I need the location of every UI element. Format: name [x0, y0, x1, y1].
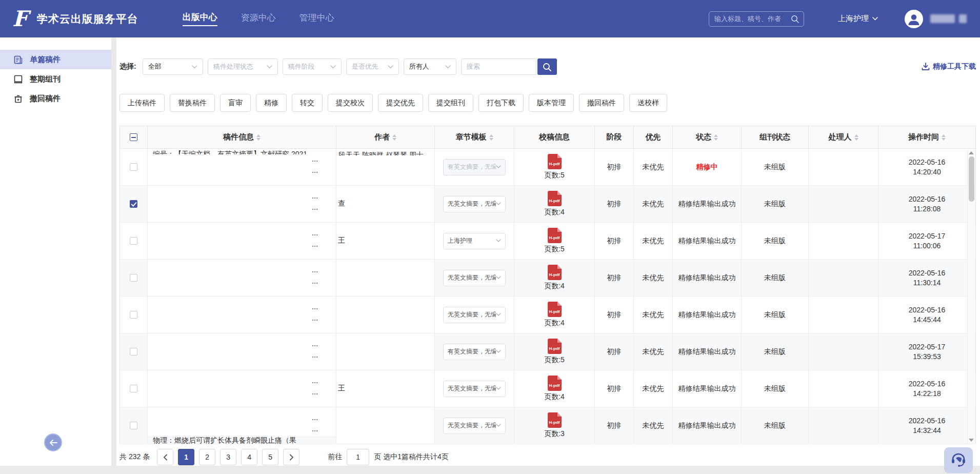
nav-item-0[interactable]: 出版中心 [183, 11, 217, 26]
customer-service-button[interactable] [944, 447, 973, 473]
action-button-3[interactable]: 精修 [256, 94, 287, 112]
page-button-2[interactable]: 2 [199, 449, 215, 465]
author-cell: 王 [336, 223, 435, 259]
nav-item-1[interactable]: 资源中心 [241, 12, 276, 26]
select-all-checkbox[interactable] [130, 133, 137, 141]
prev-page-button[interactable] [157, 449, 173, 465]
collapse-back-button[interactable] [44, 433, 62, 451]
column-header-1[interactable]: 作者 [336, 126, 435, 148]
search-icon[interactable] [790, 14, 799, 24]
chevron-down-icon [496, 313, 501, 317]
page-button-1[interactable]: 1 [178, 449, 194, 465]
row-checkbox[interactable] [130, 200, 137, 208]
sort-icon[interactable] [392, 134, 396, 141]
row-checkbox[interactable] [130, 237, 137, 245]
status-value: 精修结果输出成功 [678, 347, 736, 357]
pdf-file-icon[interactable]: H-pdf [548, 339, 562, 354]
action-button-7[interactable]: 提交组刊 [428, 94, 473, 112]
sort-icon[interactable] [714, 134, 718, 141]
row-checkbox[interactable] [130, 348, 137, 356]
row-checkbox[interactable] [130, 385, 137, 392]
priority-value: 未优先 [643, 310, 664, 320]
search-button[interactable] [537, 58, 557, 75]
chapter-template-select[interactable]: 无英文摘要，无编 [443, 381, 506, 397]
row-checkbox[interactable] [130, 274, 137, 282]
sort-icon[interactable] [256, 134, 261, 141]
page-button-5[interactable]: 5 [262, 449, 278, 465]
action-button-11[interactable]: 送校样 [629, 94, 667, 112]
manuscript-info-cell[interactable]: …… [148, 260, 336, 296]
status-value: 精修中 [696, 163, 718, 172]
user-avatar[interactable] [905, 10, 923, 28]
scrollbar-thumb[interactable] [969, 156, 974, 202]
column-header-8[interactable]: 处理人 [809, 126, 878, 148]
sidebar-item-1[interactable]: 整期组刊 [0, 69, 111, 89]
manuscript-info-cell[interactable]: …… [148, 186, 336, 222]
chapter-template-select[interactable]: 有英文摘要，无编 [443, 159, 506, 175]
pdf-file-icon[interactable]: H-pdf [548, 265, 562, 280]
sort-icon[interactable] [489, 134, 493, 141]
org-selector[interactable]: 上海护理 [838, 14, 878, 24]
refine-tool-download-link[interactable]: 精修工具下载 [922, 62, 976, 71]
action-button-2[interactable]: 盲审 [220, 94, 251, 112]
filter-select-3[interactable]: 是否优先 [346, 58, 399, 75]
column-header-0[interactable]: 稿件信息 [148, 126, 336, 148]
sidebar-item-0[interactable]: 单篇稿件 [0, 50, 111, 69]
column-header-4: 阶段 [595, 126, 634, 148]
chapter-template-select[interactable]: 无英文摘要，无编 [443, 270, 506, 286]
action-button-8[interactable]: 打包下载 [478, 94, 524, 112]
chapter-template-select[interactable]: 无英文摘要，无编 [443, 307, 506, 323]
sidebar-item-2[interactable]: 撤回稿件 [0, 89, 111, 108]
manuscript-info-cell[interactable]: 编号：【无编文档，有英文摘要】文献研究 2021 …… [148, 149, 336, 185]
pdf-file-icon[interactable]: H-pdf [548, 412, 562, 428]
column-header-2[interactable]: 章节模板 [435, 126, 514, 148]
manuscript-info-cell[interactable]: …… [148, 370, 336, 407]
pdf-file-icon[interactable]: H-pdf [548, 191, 562, 206]
sort-icon[interactable] [854, 134, 858, 141]
next-page-button[interactable] [283, 449, 299, 465]
action-button-6[interactable]: 提交优先 [378, 94, 423, 112]
redaction-block [148, 154, 336, 185]
scroll-down-arrow-icon[interactable] [969, 439, 974, 442]
column-header-6[interactable]: 状态 [673, 126, 742, 148]
chapter-template-select[interactable]: 无英文摘要，无编 [443, 196, 506, 212]
page-button-4[interactable]: 4 [241, 449, 257, 465]
manuscript-info-cell[interactable]: …… [148, 333, 336, 370]
action-button-5[interactable]: 提交校次 [328, 94, 373, 112]
filter-search-input[interactable]: 搜索 [461, 58, 536, 75]
goto-page-input[interactable]: 1 [347, 449, 369, 465]
column-header-9[interactable]: 操作时间 [878, 126, 975, 148]
filter-select-4[interactable]: 所有人 [404, 58, 456, 75]
status-value: 精修结果输出成功 [678, 421, 736, 430]
action-button-4[interactable]: 转交 [292, 94, 323, 112]
chapter-template-select[interactable]: 上海护理 [443, 233, 506, 249]
action-button-0[interactable]: 上传稿件 [119, 94, 165, 112]
pdf-file-icon[interactable]: H-pdf [548, 228, 562, 243]
status-cell: 精修结果输出成功 [673, 297, 742, 333]
filter-select-0[interactable]: 全部 [143, 58, 203, 75]
sort-icon[interactable] [942, 134, 946, 141]
row-checkbox[interactable] [130, 311, 137, 319]
manuscript-info-cell[interactable]: …… [148, 223, 336, 259]
row-checkbox[interactable] [130, 422, 137, 429]
filter-select-1[interactable]: 稿件处理状态 [208, 58, 278, 75]
pdf-file-icon[interactable]: H-pdf [548, 154, 562, 169]
row-checkbox[interactable] [130, 163, 137, 171]
action-button-1[interactable]: 替换稿件 [170, 94, 215, 112]
chevron-down-icon [330, 65, 336, 69]
chapter-template-select[interactable]: 有英文摘要，无编 [443, 344, 506, 360]
chapter-template-select[interactable]: 无英文摘要，无编 [443, 418, 506, 434]
manuscript-info-cell[interactable]: 物理：燃烧后可谓扩长体具备剂瞬眼止痛（果 …… [148, 407, 336, 444]
nav-item-2[interactable]: 管理中心 [299, 12, 334, 26]
pdf-file-icon[interactable]: H-pdf [548, 376, 562, 391]
page-button-3[interactable]: 3 [220, 449, 236, 465]
table-scrollbar[interactable] [967, 149, 975, 444]
filter-select-2[interactable]: 稿件阶段 [283, 58, 342, 75]
action-button-9[interactable]: 版本管理 [529, 94, 574, 112]
pdf-file-icon[interactable]: H-pdf [548, 302, 562, 317]
global-search-input[interactable]: 输入标题、稿号、作者 [709, 11, 804, 27]
action-button-10[interactable]: 撤回稿件 [579, 94, 624, 112]
status-cell: 精修结果输出成功 [673, 407, 742, 444]
scroll-up-arrow-icon[interactable] [969, 151, 974, 154]
manuscript-info-cell[interactable]: …… [148, 297, 336, 333]
